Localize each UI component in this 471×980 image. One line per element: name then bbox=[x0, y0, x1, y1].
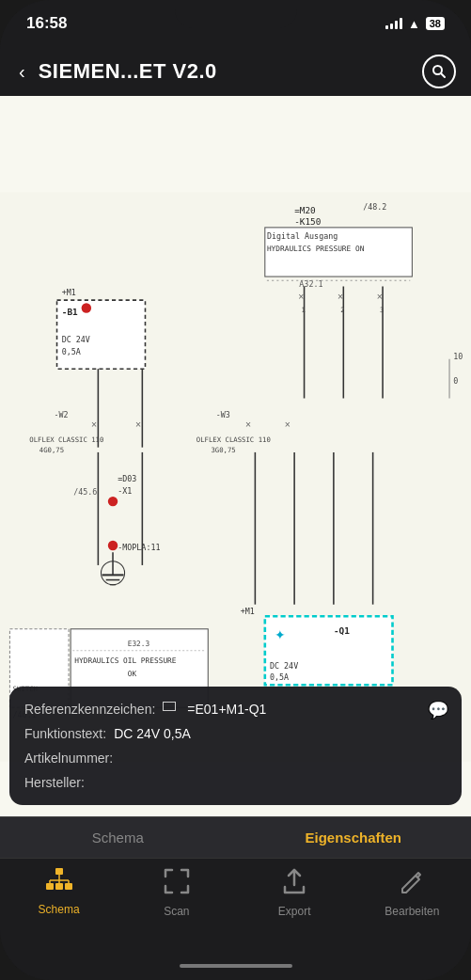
svg-text:Digital Ausgang: Digital Ausgang bbox=[267, 231, 338, 241]
funktionstext-value: DC 24V 0,5A bbox=[114, 726, 191, 741]
home-bar bbox=[180, 964, 292, 968]
funktionstext-label: Funktionstext: bbox=[24, 726, 106, 741]
schema-icon bbox=[45, 868, 73, 899]
bottom-nav: Schema Scan bbox=[0, 858, 471, 952]
svg-text:+M1: +M1 bbox=[62, 288, 76, 297]
bearbeiten-icon bbox=[399, 868, 425, 901]
svg-text:✦: ✦ bbox=[275, 628, 286, 642]
svg-text:3G0,75: 3G0,75 bbox=[211, 446, 235, 454]
scan-icon bbox=[164, 868, 190, 901]
status-icons: ▲ 38 bbox=[385, 17, 445, 31]
svg-text:=D03: =D03 bbox=[118, 474, 136, 483]
svg-text:-B1: -B1 bbox=[62, 307, 78, 317]
notch bbox=[175, 0, 297, 28]
battery-indicator: 38 bbox=[426, 17, 445, 30]
status-time: 16:58 bbox=[26, 14, 67, 33]
tab-eigenschaften-label: Eigenschaften bbox=[305, 830, 401, 846]
hersteller-label: Hersteller: bbox=[24, 775, 85, 790]
svg-text:×: × bbox=[298, 292, 304, 302]
artikelnummer-row: Artikelnummer: bbox=[24, 751, 447, 766]
nav-item-export[interactable]: Export bbox=[236, 868, 353, 918]
svg-text:/45.6: /45.6 bbox=[73, 487, 97, 497]
search-button[interactable] bbox=[422, 55, 456, 88]
svg-text:-X1: -X1 bbox=[118, 486, 132, 496]
svg-text:-W3: -W3 bbox=[216, 410, 230, 419]
funktionstext-row: Funktionstext: DC 24V 0,5A bbox=[24, 726, 447, 741]
svg-text:×: × bbox=[91, 419, 97, 430]
svg-text:HYDRAULICS PRESSURE ON: HYDRAULICS PRESSURE ON bbox=[267, 245, 365, 253]
svg-text:×: × bbox=[377, 292, 383, 302]
referenz-value: =E01+M1-Q1 bbox=[187, 702, 266, 717]
page-title: SIEMEN...ET V2.0 bbox=[39, 59, 413, 84]
chat-button[interactable]: 💬 bbox=[428, 700, 448, 720]
svg-text:-MOPLA:11: -MOPLA:11 bbox=[118, 543, 160, 552]
info-panel: 💬 Referenzkennzeichen: =E01+M1-Q1 Funkti… bbox=[9, 687, 462, 805]
svg-point-42 bbox=[108, 497, 118, 506]
home-indicator bbox=[0, 952, 471, 980]
nav-label-scan: Scan bbox=[164, 905, 189, 918]
tab-schema-label: Schema bbox=[92, 830, 144, 846]
svg-text:2: 2 bbox=[340, 306, 344, 314]
svg-text:4G0,75: 4G0,75 bbox=[39, 446, 64, 454]
svg-line-1 bbox=[441, 73, 445, 77]
svg-text:DC 24V: DC 24V bbox=[270, 661, 298, 671]
svg-text:-Q1: -Q1 bbox=[334, 625, 350, 636]
svg-point-23 bbox=[82, 303, 91, 312]
wifi-icon: ▲ bbox=[408, 17, 420, 31]
nav-label-bearbeiten: Bearbeiten bbox=[385, 905, 439, 918]
phone-shell: 16:58 ▲ 38 ‹ SIEMEN...ET V2.0 bbox=[0, 0, 471, 980]
svg-text:DC 24V: DC 24V bbox=[62, 335, 90, 344]
svg-text:1: 1 bbox=[301, 306, 305, 314]
svg-text:/48.2: /48.2 bbox=[363, 202, 386, 212]
svg-text:E32.3: E32.3 bbox=[128, 640, 150, 648]
nav-label-schema: Schema bbox=[39, 903, 80, 916]
referenz-label: Referenzkennzeichen: bbox=[24, 702, 155, 717]
svg-text:-W2: -W2 bbox=[54, 410, 68, 419]
nav-item-scan[interactable]: Scan bbox=[118, 868, 235, 918]
svg-text:×: × bbox=[285, 419, 290, 430]
svg-rect-72 bbox=[55, 868, 63, 875]
export-icon bbox=[281, 868, 307, 901]
svg-text:10: 10 bbox=[453, 352, 463, 361]
hersteller-row: Hersteller: bbox=[24, 775, 447, 790]
main-content: =M20 -K150 /48.2 Digital Ausgang HYDRAUL… bbox=[0, 96, 471, 858]
svg-text:HYDRAULICS OIL PRESSURE: HYDRAULICS OIL PRESSURE bbox=[74, 656, 176, 665]
sub-tab-bar: Schema Eigenschaften bbox=[0, 816, 471, 858]
svg-rect-73 bbox=[46, 883, 54, 890]
signal-icon bbox=[385, 18, 402, 29]
svg-text:×: × bbox=[338, 292, 343, 302]
svg-text:0: 0 bbox=[453, 376, 458, 386]
nav-label-export: Export bbox=[278, 905, 311, 918]
svg-point-44 bbox=[108, 541, 118, 550]
ref-box-icon bbox=[163, 702, 176, 711]
svg-rect-75 bbox=[65, 883, 72, 890]
svg-text:0,5A: 0,5A bbox=[62, 347, 81, 356]
svg-text:-K150: -K150 bbox=[294, 216, 322, 227]
svg-rect-74 bbox=[55, 883, 63, 890]
nav-item-schema[interactable]: Schema bbox=[0, 868, 118, 916]
svg-text:0,5A: 0,5A bbox=[270, 672, 289, 682]
referenz-row: Referenzkennzeichen: =E01+M1-Q1 bbox=[24, 702, 447, 717]
artikelnummer-label: Artikelnummer: bbox=[24, 751, 113, 766]
svg-text:×: × bbox=[135, 419, 141, 430]
tab-eigenschaften[interactable]: Eigenschaften bbox=[236, 817, 472, 858]
svg-text:OK: OK bbox=[128, 670, 137, 678]
nav-item-bearbeiten[interactable]: Bearbeiten bbox=[353, 868, 471, 918]
tab-schema[interactable]: Schema bbox=[0, 817, 236, 858]
svg-text:=M20: =M20 bbox=[294, 205, 316, 215]
back-button[interactable]: ‹ bbox=[15, 57, 29, 87]
svg-text:OLFLEX CLASSIC 110: OLFLEX CLASSIC 110 bbox=[29, 435, 103, 444]
header-bar: ‹ SIEMEN...ET V2.0 bbox=[0, 47, 471, 96]
svg-text:3: 3 bbox=[380, 306, 384, 314]
svg-text:×: × bbox=[245, 419, 251, 430]
svg-text:+M1: +M1 bbox=[241, 607, 255, 616]
svg-text:OLFLEX CLASSIC 110: OLFLEX CLASSIC 110 bbox=[196, 435, 271, 444]
